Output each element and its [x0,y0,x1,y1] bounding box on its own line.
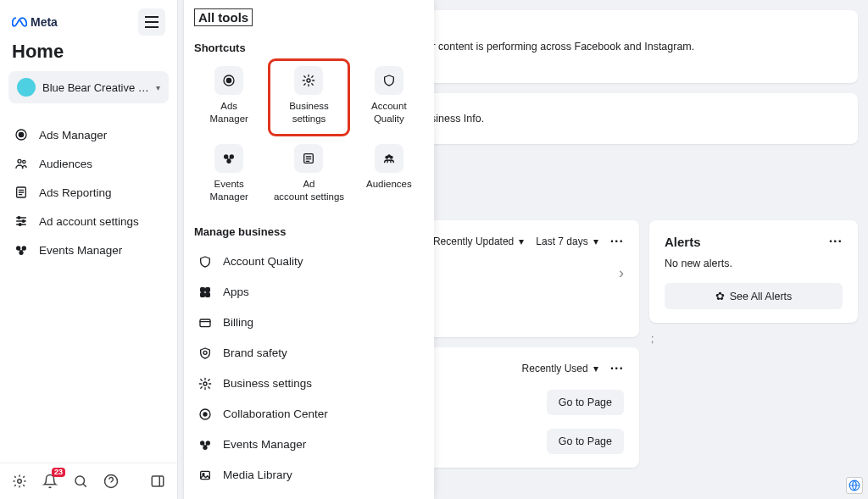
help-icon[interactable] [102,472,120,491]
shortcut-label: Adaccount settings [274,178,344,203]
sidebar-item-events-manager[interactable]: Events Manager [7,236,170,264]
svg-rect-27 [201,292,205,297]
dropdown-label: Last 7 days [536,236,587,247]
nav-item-label: Ad account settings [39,215,139,228]
manage-item-label: Events Manager [223,438,306,451]
notification-badge: 23 [52,468,65,477]
globe-icon[interactable] [846,477,863,494]
shortcut-events-manager[interactable]: EventsManager [191,139,267,212]
more-icon[interactable]: ··· [610,361,624,376]
manage-item-billing[interactable]: Billing [191,308,427,338]
audiences-icon [375,144,403,173]
gear-icon [294,66,323,95]
shortcut-label: Businesssettings [289,100,329,125]
search-icon[interactable] [71,472,90,491]
svg-point-3 [23,160,25,163]
gear-icon [198,376,213,391]
caret-down-icon: ▾ [593,363,598,374]
no-alerts-text: No new alerts. [665,258,843,269]
manage-item-label: Media Library [223,469,292,481]
svg-point-6 [22,220,25,223]
shortcut-audiences[interactable]: Audiences [351,139,427,212]
brand-label: Meta [31,15,58,29]
nav-item-label: Events Manager [39,244,122,257]
recently-updated-dropdown[interactable]: Recently Updated ▾ [433,236,524,247]
svg-point-30 [203,351,207,354]
manage-item-collaboration-center[interactable]: Collaboration Center [191,399,427,430]
list-icon [294,144,323,173]
manage-item-apps[interactable]: Apps [191,277,427,308]
more-icon[interactable]: ··· [829,234,843,249]
dropdown-label: Recently Used [522,363,588,374]
go-to-page-button[interactable]: Go to Page [547,390,624,415]
collab-icon [198,407,213,422]
svg-point-31 [203,382,207,385]
more-icon[interactable]: ··· [610,234,624,249]
svg-point-1 [19,132,23,136]
events-icon [14,242,29,258]
meta-logo[interactable]: Meta [12,15,58,29]
hamburger-icon [145,16,159,28]
manage-item-account-quality[interactable]: Account Quality [191,247,427,277]
alerts-title: Alerts [665,235,701,249]
svg-point-7 [19,224,21,226]
svg-rect-14 [152,476,164,486]
page-title: Home [0,41,177,71]
media-icon [198,468,213,483]
avatar [17,78,36,97]
shortcut-label: AdsManager [209,100,248,125]
svg-point-12 [75,476,85,485]
recently-used-dropdown[interactable]: Recently Used ▾ [522,363,598,374]
account-name: Blue Bear Creative - Soc... [42,81,149,94]
sliders-icon [14,213,29,229]
svg-point-33 [203,413,207,416]
manage-item-brand-safety[interactable]: Brand safety [191,338,427,369]
shortcut-label: EventsManager [209,178,248,203]
manage-item-label: Apps [223,286,249,298]
billing-icon [198,315,213,330]
manage-item-events-manager[interactable]: Events Manager [191,430,427,460]
menu-toggle-button[interactable] [138,8,165,36]
meta-mark-icon [12,17,27,27]
shortcut-ads-manager[interactable]: AdsManager [191,61,267,134]
go-to-page-button[interactable]: Go to Page [547,429,624,454]
gear-icon: ✿ [715,290,725,302]
notifications-icon[interactable]: 23 [41,472,59,491]
panel-toggle-icon[interactable] [148,472,167,491]
events-icon [198,437,213,452]
manage-item-business-settings[interactable]: Business settings [191,369,427,399]
svg-rect-25 [201,287,205,291]
shortcut-business-settings[interactable]: Businesssettings [270,61,347,134]
nav-item-label: Ads Reporting [39,186,112,199]
settings-icon[interactable] [10,472,29,491]
report-icon [14,185,29,200]
svg-rect-26 [206,287,210,291]
apps-icon [198,285,213,300]
shortcut-account-quality[interactable]: AccountQuality [351,61,427,134]
alerts-card: Alerts ··· No new alerts. ✿ See All Aler… [649,220,858,323]
target-icon [214,66,243,95]
sidebar-item-audiences[interactable]: Audiences [7,149,170,178]
manage-item-media-library[interactable]: Media Library [191,460,427,491]
shortcuts-heading: Shortcuts [184,33,434,61]
svg-rect-37 [201,471,210,479]
shortcut-ad-account-settings[interactable]: Adaccount settings [270,139,347,212]
sidebar-item-ads-manager[interactable]: Ads Manager [7,120,170,149]
chevron-right-icon[interactable]: › [619,264,624,282]
shortcut-label: Audiences [366,178,412,191]
svg-point-16 [226,78,231,82]
see-all-alerts-label: See All Alerts [730,291,793,302]
manage-item-label: Billing [223,316,253,329]
sidebar-item-ads-reporting[interactable]: Ads Reporting [7,178,170,207]
svg-rect-28 [206,292,210,297]
dropdown-label: Recently Updated [433,236,514,247]
date-range-dropdown[interactable]: Last 7 days ▾ [536,236,598,247]
manage-item-store-locations[interactable]: Store Locations [191,491,427,499]
see-all-alerts-button[interactable]: ✿ See All Alerts [665,283,843,309]
shield-icon [198,254,213,269]
nav-item-label: Audiences [39,158,92,170]
sidebar-item-ad-account-settings[interactable]: Ad account settings [7,207,170,236]
account-selector[interactable]: Blue Bear Creative - Soc... ▾ [8,71,169,103]
svg-point-17 [307,79,310,82]
caret-down-icon: ▾ [519,236,524,247]
